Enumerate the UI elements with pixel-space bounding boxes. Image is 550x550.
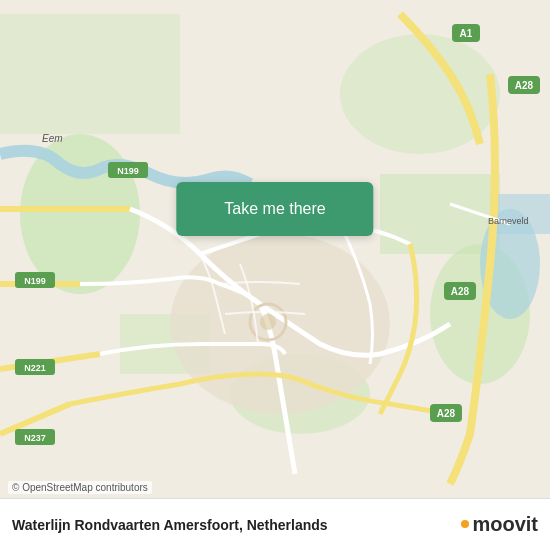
app-container: N199 N199 N221 N237 A1 A28 A28 A28 Eem [0, 0, 550, 550]
svg-text:N237: N237 [24, 433, 46, 443]
svg-rect-9 [490, 194, 550, 234]
map-area[interactable]: N199 N199 N221 N237 A1 A28 A28 A28 Eem [0, 0, 550, 498]
svg-text:A28: A28 [437, 408, 456, 419]
svg-text:Barneveld: Barneveld [488, 216, 529, 226]
svg-text:N221: N221 [24, 363, 46, 373]
svg-text:A28: A28 [515, 80, 534, 91]
moovit-logo: moovit [461, 513, 538, 536]
svg-rect-2 [0, 14, 180, 134]
moovit-dot-icon [461, 520, 469, 528]
moovit-brand: moovit [472, 513, 538, 536]
svg-text:A28: A28 [451, 286, 470, 297]
osm-attribution: © OpenStreetMap contributors [8, 481, 152, 494]
footer-location-section: Waterlijn Rondvaarten Amersfoort, Nether… [12, 517, 328, 533]
svg-text:N199: N199 [117, 166, 139, 176]
svg-text:Eem: Eem [42, 133, 63, 144]
svg-text:A1: A1 [460, 28, 473, 39]
location-title: Waterlijn Rondvaarten Amersfoort, Nether… [12, 517, 328, 533]
svg-point-16 [260, 314, 276, 330]
footer-bar: Waterlijn Rondvaarten Amersfoort, Nether… [0, 498, 550, 550]
take-me-there-button[interactable]: Take me there [176, 182, 373, 236]
svg-text:N199: N199 [24, 276, 46, 286]
